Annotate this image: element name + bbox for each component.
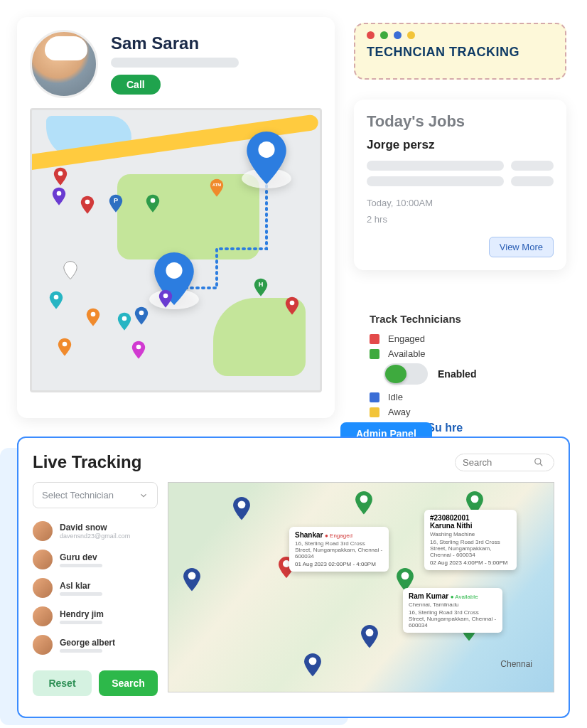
legend-title: Track Technicians [370, 313, 561, 325]
tech-name: Asl klar [60, 581, 102, 591]
svg-point-14 [290, 301, 295, 306]
live-map[interactable]: Shankar ● Engaged 16, Sterling Road 3rd … [168, 482, 554, 692]
tech-avatar-icon [33, 635, 53, 655]
color-swatch-icon [370, 392, 379, 402]
live-tracking-body: Select Technician David snowdavensnd23@g… [33, 482, 554, 696]
svg-text:ATM: ATM [212, 183, 221, 188]
avatar [30, 30, 98, 98]
idle-tech-pin-icon[interactable] [232, 497, 251, 521]
toggle-label: Enabled [438, 368, 476, 380]
tech-avatar-icon [33, 606, 53, 626]
city-label: Chennai [500, 659, 532, 669]
technician-sidebar: Select Technician David snowdavensnd23@g… [33, 482, 158, 696]
view-more-button[interactable]: View More [489, 237, 554, 257]
poi-pin-icon [52, 187, 66, 207]
legend-item: Idle [370, 392, 561, 402]
technician-item[interactable]: Hendry jim [33, 602, 158, 631]
placeholder-bar [60, 564, 102, 567]
call-button[interactable]: Call [111, 75, 161, 95]
svg-point-24 [366, 628, 374, 636]
placeholder-bar [60, 649, 102, 653]
job-duration: 2 hrs [367, 211, 554, 228]
idle-tech-pin-icon[interactable] [183, 568, 201, 592]
svg-point-22 [188, 572, 196, 579]
legend-item: Away [370, 407, 561, 417]
poi-pin-icon [134, 306, 149, 326]
callout-job[interactable]: #230802001 Karuna Nithi Washing Machine … [424, 510, 517, 570]
svg-point-4 [85, 200, 90, 205]
svg-point-19 [238, 500, 246, 508]
svg-point-6 [151, 198, 156, 203]
reset-button[interactable]: Reset [33, 670, 92, 696]
poi-pin-icon [158, 289, 173, 309]
svg-point-3 [57, 191, 62, 196]
svg-text:H: H [259, 281, 264, 288]
placeholder-row [367, 176, 554, 186]
job-time: Today, 10:00AM [367, 195, 554, 211]
search-button[interactable]: Search [99, 670, 158, 696]
name-placeholder-bar [111, 58, 239, 68]
search-box[interactable] [455, 454, 554, 471]
todays-jobs-card: Today's Jobs Jorge persz Today, 10:00AM … [354, 100, 566, 270]
select-technician-dropdown[interactable]: Select Technician [33, 482, 158, 508]
legend-item: Engaged [370, 333, 561, 344]
jobs-title: Today's Jobs [367, 112, 554, 131]
available-tech-pin-icon[interactable] [355, 491, 373, 515]
parking-pin-icon: P [109, 194, 123, 214]
legend-item: Available [370, 348, 561, 359]
svg-point-15 [63, 342, 68, 347]
callout-engaged[interactable]: Shankar ● Engaged 16, Sterling Road 3rd … [289, 527, 389, 572]
color-swatch-icon [370, 407, 379, 417]
profile-info: Sam Saran Call [111, 33, 322, 95]
destination-pin-icon [247, 132, 286, 184]
idle-tech-pin-icon[interactable] [303, 653, 322, 678]
tech-name: George albert [60, 638, 115, 648]
enable-toggle[interactable] [384, 363, 428, 385]
svg-point-25 [309, 657, 317, 665]
poi-pin-icon [117, 312, 131, 332]
svg-point-17 [535, 459, 541, 464]
tech-avatar-icon [33, 521, 53, 541]
tech-name: Guru dev [60, 552, 102, 562]
idle-tech-pin-icon[interactable] [360, 625, 379, 649]
svg-point-10 [91, 312, 96, 317]
svg-line-18 [540, 464, 543, 466]
banner-title: TECHNCIAN TRACKING [367, 45, 554, 60]
poi-pin-icon [146, 194, 160, 214]
technician-list: David snowdavensnd23@gmail.comGuru devAs… [33, 517, 158, 659]
placeholder-bar [60, 592, 102, 596]
hospital-pin-icon: H [254, 278, 268, 298]
tech-mail: davensnd23@gmail.com [60, 532, 130, 540]
color-swatch-icon [370, 334, 379, 344]
technician-item[interactable]: David snowdavensnd23@gmail.com [33, 517, 158, 545]
svg-point-20 [360, 495, 368, 503]
search-input[interactable] [463, 457, 534, 468]
poi-pin-icon [63, 261, 77, 281]
tech-name: Hendry jim [60, 609, 104, 619]
technician-item[interactable]: Asl klar [33, 574, 158, 602]
svg-point-0 [258, 141, 274, 158]
tech-avatar-icon [33, 578, 53, 598]
dot-icon [394, 31, 402, 39]
dot-icon [367, 31, 375, 39]
placeholder-row [367, 161, 554, 171]
svg-point-2 [58, 171, 63, 176]
svg-point-1 [166, 262, 182, 279]
live-tracking-header: Live Tracking [33, 452, 554, 472]
route-map[interactable]: P ATM H [30, 108, 322, 392]
legend: Track Technicians Engaged Available Enab… [370, 313, 561, 434]
svg-point-13 [163, 294, 168, 299]
poi-pin-icon [53, 167, 68, 187]
svg-point-27 [402, 572, 409, 579]
toggle-knob-icon [385, 365, 406, 383]
technician-item[interactable]: Guru dev [33, 545, 158, 574]
job-meta: Today, 10:00AM 2 hrs [367, 195, 554, 228]
tech-name: David snow [60, 523, 130, 532]
callout-available[interactable]: Ram Kumar ● Available Chennai, Tamilnadu… [403, 588, 502, 633]
admin-panel: Live Tracking Select Technician David sn… [17, 437, 570, 718]
banner-dots [367, 31, 554, 39]
dot-icon [407, 31, 415, 39]
technician-item[interactable]: George albert [33, 631, 158, 659]
toggle-row: Enabled [384, 363, 561, 385]
color-swatch-icon [370, 349, 379, 359]
